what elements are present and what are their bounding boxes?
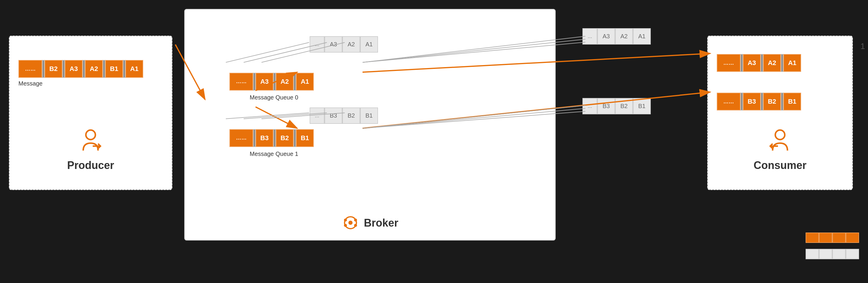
gc-dots1: … [310,36,324,53]
q0-sep3 [293,73,296,91]
gc-a3-1: A3 [324,36,342,53]
rgt-a3: A3 [597,28,615,44]
legend-gray [806,249,859,259]
rgt-a2: A2 [615,28,633,44]
rgb-dots: … [583,98,597,114]
consumer-queue-b: …… B3 B2 B1 [717,93,801,111]
q0-sep2 [273,73,276,91]
q1-b1: B1 [296,129,314,147]
q0-a3: A3 [255,73,273,91]
q0-dots: …… [229,73,253,91]
svg-point-4 [344,219,347,222]
q1-b3: B3 [255,129,273,147]
msg-sep2 [62,60,65,78]
q1-sep2 [273,129,276,147]
msg-sep4 [103,60,105,78]
gc-b3-1: B3 [324,107,342,124]
svg-point-5 [354,219,357,222]
ca-a3: A3 [743,54,761,72]
cb-sep3 [781,93,783,111]
rgb-b1: B1 [633,98,651,114]
producer-icon [77,128,104,155]
cb-b1: B1 [783,93,801,111]
q0-a2: A2 [276,73,293,91]
broker-text: Broker [364,217,398,229]
q1-sep1 [253,129,255,147]
producer-icon-area: Producer [67,128,114,171]
q0-a1: A1 [296,73,314,91]
producer-label: Producer [67,159,114,171]
q1-b2: B2 [276,129,293,147]
ca-a1: A1 [783,54,801,72]
queue-0-label: Message Queue 0 [229,94,318,101]
rgb-b3: B3 [597,98,615,114]
queue-bar-0: …… A3 A2 A1 [229,72,408,91]
msg-sep5 [123,60,125,78]
rgt-dots: … [583,28,597,44]
lg4 [846,249,859,259]
msg-b1: B1 [105,60,123,78]
consumer-icon [767,128,794,155]
legend-gray-bar [806,249,859,259]
svg-point-6 [344,224,347,227]
producer-message-bar: …… B2 A3 A2 B1 A1 [19,60,143,78]
cb-sep2 [761,93,763,111]
svg-point-3 [348,221,352,225]
msg-b2: B2 [44,60,62,78]
main-container: …… B2 A3 A2 B1 A1 Message Produc [0,0,868,283]
ca-sep1 [741,54,743,72]
ca-dots: …… [717,54,741,72]
lg2 [819,249,832,259]
lo4 [846,232,859,243]
lg3 [832,249,846,259]
legend-orange-bar [806,232,859,243]
msg-sep3 [83,60,85,78]
ghost-queue-top: … A3 A2 A1 [310,36,414,53]
lo2 [819,232,832,243]
msg-a1: A1 [125,60,143,78]
producer-box: …… B2 A3 A2 B1 A1 Message Produc [9,36,172,190]
svg-point-0 [86,130,95,139]
legend-orange [806,232,859,243]
svg-point-8 [775,130,785,139]
consumer-queue-a: …… A3 A2 A1 [717,54,801,72]
q1-dots: …… [229,129,253,147]
consumer-box: …… A3 A2 A1 …… B3 B2 B1 [707,36,853,190]
gc-a1-1: A1 [360,36,378,53]
q1-sep3 [293,129,296,147]
cb-sep1 [741,93,743,111]
msg-a3: A3 [65,60,83,78]
right-ghost-top: … A3 A2 A1 [583,28,651,44]
q0-sep1 [253,73,255,91]
gc-b1-1: B1 [360,107,378,124]
broker-box: … A3 A2 A1 …… A3 A2 A1 Message Queue 0 …… [184,9,556,241]
broker-label-area: Broker [341,215,398,231]
gc-a2-1: A2 [342,36,360,53]
cb-b3: B3 [743,93,761,111]
gc-b2-1: B2 [342,107,360,124]
msg-dots: …… [19,60,42,78]
message-label: Message [19,80,42,87]
ca-a2: A2 [763,54,781,72]
ghost-queue-bottom: … B3 B2 B1 [310,107,414,124]
rgt-a1: A1 [633,28,651,44]
consumer-label: Consumer [753,159,806,171]
legend-area [806,232,859,265]
consumer-icon-area: Consumer [753,128,806,171]
msg-a2: A2 [85,60,103,78]
right-ghost-bottom: … B3 B2 B1 [583,98,651,114]
msg-sep1 [42,60,44,78]
lo3 [832,232,846,243]
queue-bar-1: …… B3 B2 B1 [229,128,408,148]
page-number: 1 [860,41,865,51]
lg1 [806,249,819,259]
rgb-b2: B2 [615,98,633,114]
cb-dots: …… [717,93,741,111]
gc-dots2: … [310,107,324,124]
ca-sep2 [761,54,763,72]
queue-1-label: Message Queue 1 [229,151,318,157]
cb-b2: B2 [763,93,781,111]
ca-sep3 [781,54,783,72]
svg-point-7 [354,224,357,227]
lo1 [806,232,819,243]
